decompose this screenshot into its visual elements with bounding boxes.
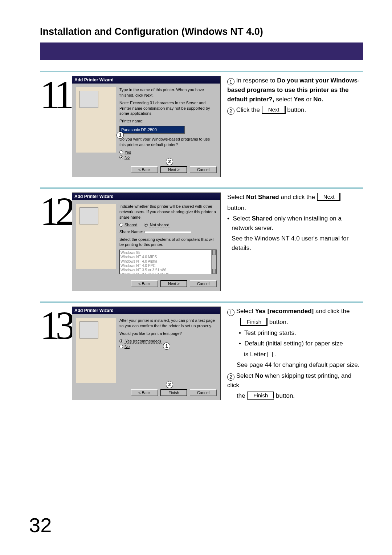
instruction: the Finish button.: [227, 391, 363, 401]
dialog-13: Add Printer Wizard After your printer is…: [72, 307, 221, 400]
share-name-input[interactable]: [144, 231, 191, 233]
cancel-button[interactable]: Cancel: [190, 166, 217, 173]
wizard-graphic: [76, 204, 116, 269]
page-title: Installation and Configuration (Windows …: [40, 26, 363, 37]
step-13: 13 Add Printer Wizard After your printer…: [40, 301, 363, 402]
dlg-question: Do you want your Windows-based programs …: [119, 137, 217, 147]
checkbox-icon: [268, 352, 273, 357]
label-share-name: Share Name:: [119, 230, 143, 234]
step-12: 12 Add Printer Wizard Indicate whether t…: [40, 187, 363, 291]
dlg-text: Select the operating systems of all comp…: [119, 237, 217, 248]
bullet: • Default (initial setting) for paper si…: [227, 339, 363, 348]
next-button-ref: Next: [317, 193, 341, 201]
step-number: 11: [40, 76, 72, 177]
instruction: 1 Select Yes [recommended] and click the: [227, 307, 363, 316]
wizard-graphic: [76, 318, 116, 383]
instruction: 2 Click the Next button.: [227, 105, 363, 115]
dialog-11: Add Printer Wizard Type in the name of t…: [72, 76, 221, 177]
finish-button-ref: Finish: [247, 392, 274, 400]
instruction: 1 In response to Do you want your Window…: [227, 76, 363, 104]
section-bar: [40, 42, 363, 60]
instruction: is Letter .: [227, 350, 363, 359]
dialog-title: Add Printer Wizard: [72, 307, 220, 314]
dlg-text: Note: Exceeding 31 characters in the Ser…: [119, 100, 217, 117]
instruction: See the Windows NT 4.0 user's manual for…: [227, 234, 363, 252]
next-button-ref: Next: [262, 106, 286, 114]
instruction: Finish button.: [227, 317, 363, 327]
dlg-text: After your printer is installed, you can…: [119, 318, 217, 329]
dlg-text: Type in the name of this printer. When y…: [119, 87, 217, 98]
back-button[interactable]: < Back: [131, 166, 158, 173]
cancel-button[interactable]: Cancel: [190, 280, 217, 287]
instruction: 2 Select No when skipping test printing,…: [227, 371, 363, 390]
os-listbox[interactable]: Windows 95 Windows NT 4.0 MIPS Windows N…: [119, 250, 217, 274]
finish-button[interactable]: Finish: [160, 389, 187, 396]
step-11: 11 Add Printer Wizard Type in the name o…: [40, 71, 363, 177]
dlg-text: Indicate whether this printer will be sh…: [119, 204, 217, 220]
dialog-12: Add Printer Wizard Indicate whether this…: [72, 193, 221, 291]
finish-button-ref: Finish: [240, 318, 268, 326]
bullet: • Test printing starts.: [227, 328, 363, 338]
dialog-title: Add Printer Wizard: [72, 76, 220, 84]
instruction: Select Not Shared and click the Next: [227, 193, 363, 202]
step-number: 12: [40, 193, 72, 291]
step-number: 13: [40, 307, 72, 402]
cancel-button[interactable]: Cancel: [190, 389, 217, 396]
radio-shared[interactable]: Shared: [119, 223, 137, 227]
bullet: • Select Shared only when installing on …: [227, 214, 363, 232]
next-button[interactable]: Next >: [160, 166, 187, 173]
dlg-text: Would you like to print a test page?: [119, 331, 217, 336]
radio-yes[interactable]: Yes: [119, 150, 217, 155]
callout-1: 1: [117, 131, 124, 139]
next-button[interactable]: Next >: [160, 280, 187, 287]
wizard-graphic: [76, 87, 116, 153]
printer-name-input[interactable]: Panasonic DP-2500: [119, 126, 185, 134]
instruction: See page 44 for changing default paper s…: [227, 360, 363, 370]
dialog-title: Add Printer Wizard: [72, 193, 220, 200]
back-button[interactable]: < Back: [131, 389, 158, 396]
back-button[interactable]: < Back: [131, 280, 158, 287]
radio-not-shared[interactable]: Not shared: [144, 223, 170, 227]
instruction: button.: [227, 203, 363, 213]
page-number: 32: [29, 513, 52, 537]
label-printer-name: Printer name:: [119, 118, 217, 124]
